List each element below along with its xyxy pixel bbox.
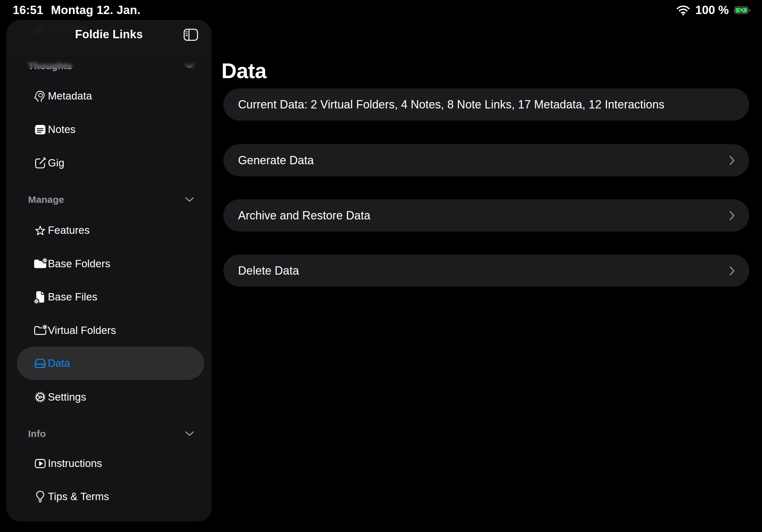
sidebar-item-settings[interactable]: Settings <box>6 387 211 407</box>
sidebar-item-virtual-folders[interactable]: Virtual Folders <box>6 321 211 340</box>
chevron-right-icon <box>729 210 735 221</box>
chevron-right-icon <box>729 265 735 276</box>
page-title: Data <box>221 59 267 83</box>
status-date: Montag 12. Jan. <box>51 4 141 17</box>
sidebar-item-data[interactable]: Data <box>17 347 204 380</box>
battery-charging-icon <box>734 6 751 14</box>
sidebar-item-label: Tips & Terms <box>48 491 109 503</box>
external-drive-icon <box>31 354 50 373</box>
sidebar-toggle-button[interactable] <box>183 28 199 42</box>
chevron-down-icon[interactable] <box>185 197 194 203</box>
sidebar-item-label: Base Folders <box>48 258 111 270</box>
sidebar-item-label: Instructions <box>48 457 102 470</box>
current-data-summary-text: Current Data: 2 Virtual Folders, 4 Notes… <box>238 98 664 111</box>
sidebar-item-instructions[interactable]: Instructions <box>6 454 211 473</box>
sidebar-item-label: Virtual Folders <box>48 324 116 337</box>
sidebar-item-label: Features <box>48 224 90 236</box>
document-gear-icon <box>31 287 50 306</box>
archive-restore-data-button[interactable]: Archive and Restore Data <box>223 199 749 232</box>
sidebar-item-metadata[interactable]: Metadata <box>6 87 211 105</box>
sidebar-item-base-folders[interactable]: Base Folders <box>6 254 211 273</box>
current-data-summary: Current Data: 2 Virtual Folders, 4 Notes… <box>223 88 749 120</box>
status-time: 16:51 <box>13 4 43 17</box>
generate-data-button[interactable]: Generate Data <box>223 144 749 176</box>
section-label: Manage <box>28 194 64 205</box>
sidebar-item-label: Base Files <box>48 291 97 303</box>
sidebar-header: Foldie Links <box>6 20 211 68</box>
play-square-icon <box>31 454 50 473</box>
sidebar-title: Foldie Links <box>6 28 211 41</box>
wifi-icon <box>676 5 690 16</box>
action-label: Delete Data <box>238 264 299 278</box>
section-header-info[interactable]: Info <box>6 426 211 441</box>
sidebar-item-label: Data <box>48 357 70 369</box>
action-label: Generate Data <box>238 154 314 167</box>
sidebar-item-tips-terms[interactable]: Tips & Terms <box>6 487 211 506</box>
folder-gear-filled-icon <box>31 254 50 273</box>
brain-head-icon <box>31 87 50 105</box>
sidebar-toggle-icon <box>183 29 198 41</box>
delete-data-button[interactable]: Delete Data <box>223 254 749 287</box>
sidebar-item-label: Metadata <box>48 90 92 102</box>
status-bar: 16:51 Montag 12. Jan. 100 % <box>0 0 762 21</box>
section-header-manage[interactable]: Manage <box>6 192 211 207</box>
sidebar-item-label: Gig <box>48 157 64 169</box>
sidebar-item-label: Settings <box>48 391 86 403</box>
battery-percent: 100 % <box>695 4 729 17</box>
sidebar-item-gig[interactable]: Gig <box>6 154 211 172</box>
gear-icon <box>31 387 50 407</box>
sidebar-item-base-files[interactable]: Base Files <box>6 287 211 306</box>
compose-icon <box>31 154 50 172</box>
section-label: Info <box>28 428 46 439</box>
sidebar-panel: All Links Foldie Links Thoughts <box>6 20 211 521</box>
sidebar-item-notes[interactable]: Notes <box>6 120 211 139</box>
note-icon <box>31 120 50 139</box>
chevron-down-icon[interactable] <box>185 431 194 436</box>
folder-gear-outline-icon <box>31 321 50 340</box>
sidebar-item-features[interactable]: Features <box>6 221 211 240</box>
action-label: Archive and Restore Data <box>238 209 370 222</box>
star-icon <box>31 221 50 240</box>
lightbulb-icon <box>31 487 50 506</box>
sidebar-item-label: Notes <box>48 123 76 136</box>
chevron-right-icon <box>729 155 735 166</box>
